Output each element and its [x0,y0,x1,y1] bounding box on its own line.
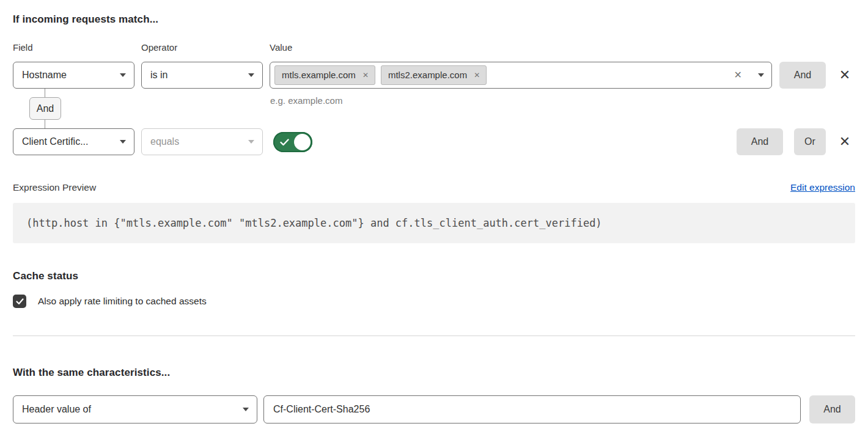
expression-preview-label: Expression Preview [13,182,96,193]
value-tag-label: mtls.example.com [282,70,356,80]
edit-expression-link[interactable]: Edit expression [790,182,855,193]
operator-select-2: equals [141,128,263,155]
cached-assets-checkbox[interactable] [13,295,26,308]
value-field-wrapper: mtls.example.com ✕ mtls2.example.com ✕ ✕… [270,62,772,89]
match-section-title: If incoming requests match... [13,13,855,26]
check-icon [16,298,24,305]
operator-column-label: Operator [141,42,270,53]
field-select-1[interactable]: Hostname [13,62,134,89]
add-and-condition-button[interactable]: And [737,128,783,155]
characteristic-select-value: Header value of [22,404,91,415]
clear-values-icon[interactable]: ✕ [734,70,742,80]
toggle-knob [294,134,311,150]
chevron-down-icon[interactable] [758,73,764,77]
value-tag-label: mtls2.example.com [388,70,467,80]
characteristics-row: Header value of And [13,395,855,424]
expression-preview-header: Expression Preview Edit expression [13,182,855,193]
cached-assets-checkbox-label: Also apply rate limiting to cached asset… [38,296,207,307]
field-select-2[interactable]: Client Certific... [13,128,134,155]
section-divider [13,336,855,336]
value-tag: mtls.example.com ✕ [274,65,375,85]
condition-connector: And [13,97,855,120]
condition-column-labels: Field Operator Value [13,42,855,53]
add-and-condition-button[interactable]: And [779,62,826,89]
chevron-down-icon [248,73,254,77]
cache-status-checkbox-row: Also apply rate limiting to cached asset… [13,295,855,308]
characteristics-title: With the same characteristics... [13,367,855,379]
value-multiselect-input[interactable]: mtls.example.com ✕ mtls2.example.com ✕ ✕ [270,62,772,89]
add-characteristic-button[interactable]: And [809,395,855,424]
remove-tag-icon[interactable]: ✕ [474,72,480,79]
row-spacer [312,128,729,155]
chevron-down-icon [243,408,249,411]
operator-select-2-value: equals [150,136,179,147]
characteristic-select[interactable]: Header value of [13,395,257,424]
delete-condition-icon[interactable]: ✕ [834,128,855,155]
chevron-down-icon [120,73,126,77]
connector-and-button[interactable]: And [29,97,61,120]
remove-tag-icon[interactable]: ✕ [362,72,369,79]
operator-select-1[interactable]: is in [141,62,263,89]
check-icon [280,139,289,146]
operator-select-1-value: is in [150,70,167,81]
field-column-label: Field [13,42,141,53]
value-column-label: Value [270,42,855,53]
delete-condition-icon[interactable]: ✕ [834,62,855,89]
condition-row-2: Client Certific... equals And Or ✕ [13,128,855,155]
chevron-down-icon [120,140,126,144]
header-name-input[interactable] [263,395,801,424]
cache-status-title: Cache status [13,270,855,282]
value-tags: mtls.example.com ✕ mtls2.example.com ✕ [274,65,734,85]
add-or-condition-button[interactable]: Or [794,128,826,155]
field-select-2-value: Client Certific... [22,136,88,147]
rule-editor-panel: If incoming requests match... Field Oper… [0,0,868,440]
field-select-1-value: Hostname [22,70,67,81]
cert-verified-toggle[interactable] [273,132,312,152]
expression-preview-code: (http.host in {"mtls.example.com" "mtls2… [13,203,855,243]
chevron-down-icon [248,140,254,144]
value-tag: mtls2.example.com ✕ [381,65,487,85]
condition-row-1: Hostname is in mtls.example.com ✕ mtls2.… [13,62,855,89]
